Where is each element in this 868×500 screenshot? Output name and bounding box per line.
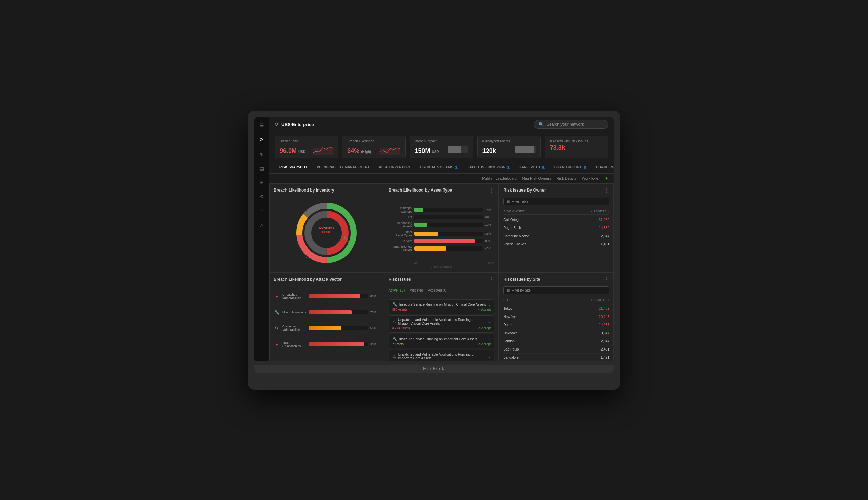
- panel-risk-issues-by-site: Risk Issues by Site ⋮ ⊞ Filter by Site S…: [499, 272, 614, 361]
- panel-risk-issues-by-site-body: ⊞ Filter by Site SITE # ASSETS ↓ Tokyo: [499, 284, 613, 361]
- risk-tab-active[interactable]: Active (15): [388, 288, 405, 294]
- sidebar-chart-icon[interactable]: ▤: [257, 163, 267, 173]
- panel-breach-by-asset-type: Breach Likelihood by Asset Type ⋮ Deskto…: [384, 183, 499, 273]
- site-row-london: London 2,944: [503, 337, 609, 345]
- metrics-bar: Breach Risk 96.0M USD Breach: [269, 132, 614, 162]
- tab-jane-smith[interactable]: JANE SMITH 👤: [515, 162, 550, 173]
- risk-item-2-assets: 3,713 Assets: [392, 327, 410, 330]
- sidebar-home-icon[interactable]: ⟳: [257, 135, 267, 145]
- panel-risk-issues-by-owner-header: Risk Issues By Owner ⋮: [499, 184, 613, 196]
- panel-breach-by-asset-type-body: Desktops/Laptops 13% IoT: [384, 196, 499, 272]
- sidebar-list-icon[interactable]: ≡: [257, 206, 267, 216]
- panel-risk-issues-by-site-header: Risk Issues by Site ⋮: [499, 273, 613, 284]
- panel-risk-issues-by-site-menu[interactable]: ⋮: [604, 276, 609, 282]
- attack-label-unpatched: UnpatchedVulnerabilities: [282, 293, 306, 300]
- sidebar-alert-icon[interactable]: △: [257, 220, 267, 230]
- site-col-site: SITE: [503, 298, 511, 302]
- tab-vulnerability-management[interactable]: VULNERABILITY MANAGEMENT: [312, 162, 374, 173]
- attack-icon-credential: ⚙: [274, 325, 280, 331]
- attack-label-trust: TrustRelationships: [282, 341, 306, 348]
- sidebar-menu-icon[interactable]: ☰: [257, 121, 267, 130]
- bar-other-types: OtherAsset Types 35%: [388, 230, 495, 237]
- axis-title: Breach Likelihood: [388, 265, 495, 269]
- owner-col-assets: # ASSETS ↓: [591, 209, 609, 213]
- site-row-sao-paulo: Sao Paulo 2,491: [503, 345, 609, 354]
- attack-bar-credential: ⚙ CredentialVulnerabilities 55%: [274, 325, 380, 331]
- tab-board-reports[interactable]: BOARD REPORTS 👤: [591, 162, 614, 173]
- panel-risk-issues-header: Risk Issues ⋮: [384, 273, 499, 284]
- risk-item-3-expand[interactable]: ∨: [488, 337, 491, 341]
- laptop-logo: MacBook: [423, 366, 445, 371]
- nag-risk-owners-link[interactable]: Nag Risk Owners: [522, 176, 551, 180]
- risk-item-1-icon: 🔧: [392, 302, 397, 307]
- panel-breach-by-attack-vector-body: ● UnpatchedVulnerabilities 88% 🔧: [270, 284, 384, 361]
- metric-analyzed-assets-label: # Analyzed Assets: [483, 139, 536, 143]
- metric-breach-impact-value: 150M USD: [415, 147, 439, 155]
- panel-breach-by-asset-type-menu[interactable]: ⋮: [489, 187, 494, 194]
- analyzed-assets-bar: [515, 145, 536, 155]
- sidebar-gear-icon[interactable]: ⚙: [257, 192, 267, 201]
- risk-item-3-accept[interactable]: ✓ Accept: [478, 342, 491, 346]
- workflows-link[interactable]: Workflows: [582, 176, 599, 180]
- panel-breach-by-inventory-body: WORKERS CORE PERIMETER DESKTOPS/LAPTOPS: [270, 196, 384, 272]
- panel-risk-issues-menu[interactable]: ⋮: [489, 276, 494, 282]
- tab-asset-inventory[interactable]: ASSET INVENTORY: [374, 162, 416, 173]
- site-filter-icon: ⊞: [507, 288, 510, 292]
- brand-icon: ⟳: [275, 122, 279, 127]
- owner-row-roger-bush: Roger Bush 14,839: [503, 224, 609, 232]
- risk-item-2[interactable]: ⚠ Unpatched and Vulnerable Applications …: [388, 315, 495, 332]
- site-row-unknown: Unknown 9,847: [503, 329, 609, 337]
- screen: ☰ ⟳ ⊕ ▤ ⊞ ⚙ ≡ △ ⟳ USS-Enterprise �: [254, 117, 614, 361]
- risk-item-1-expand[interactable]: ∨: [488, 303, 491, 306]
- laptop-frame: ☰ ⟳ ⊕ ▤ ⊞ ⚙ ≡ △ ⟳ USS-Enterprise �: [248, 111, 620, 390]
- risk-item-4[interactable]: ⚠ Unpatched and Vulnerable Applications …: [388, 350, 495, 361]
- owner-col-risk-owner: RISK OWNER: [503, 209, 525, 213]
- panel-breach-by-attack-vector-menu[interactable]: ⋮: [374, 276, 380, 282]
- metric-breach-likelihood-value: 64% (High): [347, 147, 371, 155]
- risk-item-4-expand[interactable]: ∨: [488, 355, 491, 358]
- attack-icon-misconfigurations: 🔧: [274, 309, 280, 315]
- svg-rect-3: [448, 146, 461, 153]
- attack-label-misconfigurations: Misconfigurations: [282, 310, 306, 314]
- risk-item-1-title: Insecure Service Running on Mission Crit…: [399, 303, 487, 306]
- sidebar-shield-icon[interactable]: ⊕: [257, 149, 267, 159]
- risk-item-2-accept[interactable]: ✓ Accept: [478, 327, 491, 330]
- site-row-bangalore: Bangalore 1,491: [503, 354, 609, 361]
- tab-risk-snapshot[interactable]: RISK SNAPSHOT: [275, 162, 312, 173]
- attack-icon-trust: ●: [274, 341, 280, 348]
- risk-tab-mitigated[interactable]: Mitigated: [409, 288, 423, 294]
- risk-issues-tabs: Active (15) Mitigated Accepted (0): [388, 286, 495, 297]
- panel-risk-issues-by-owner-menu[interactable]: ⋮: [604, 187, 609, 194]
- risk-details-link[interactable]: Risk Details: [556, 176, 576, 180]
- donut-chart: WORKERS CORE PERIMETER DESKTOPS/LAPTOPS: [293, 199, 360, 267]
- risk-item-3[interactable]: 🔧 Insecure Service Running on Important …: [388, 334, 495, 349]
- main-content: ⟳ USS-Enterprise 🔍 Search your network B…: [269, 117, 614, 361]
- site-filter-input[interactable]: ⊞ Filter by Site: [503, 286, 609, 294]
- panel-breach-by-inventory-header: Breach Likelihood by Inventory ⋮: [270, 184, 384, 196]
- panel-breach-by-asset-type-header: Breach Likelihood by Asset Type ⋮: [384, 184, 499, 196]
- panel-risk-issues: Risk Issues ⋮ Active (15) Mitigated Acce…: [384, 272, 499, 361]
- risk-item-2-expand[interactable]: ∨: [488, 320, 491, 324]
- svg-text:WORKERS: WORKERS: [319, 226, 335, 229]
- svg-rect-0: [313, 148, 333, 155]
- tab-executive-risk-view[interactable]: EXECUTIVE RISK VIEW 👤: [463, 162, 515, 173]
- breach-likelihood-sparkline: [380, 145, 401, 155]
- laptop-base: MacBook: [254, 365, 614, 373]
- risk-tab-accepted[interactable]: Accepted (0): [428, 288, 447, 294]
- publish-leaderboard-link[interactable]: Publish Leaderboard: [482, 176, 517, 180]
- risk-item-1[interactable]: 🔧 Insecure Service Running on Mission Cr…: [388, 299, 495, 314]
- sidebar-grid-icon[interactable]: ⊞: [257, 178, 267, 187]
- risk-item-1-accept[interactable]: ✓ Accept: [478, 308, 491, 311]
- tab-critical-systems[interactable]: CRITICAL SYSTEMS 👤: [416, 162, 463, 173]
- owner-filter-input[interactable]: ⊞ Filter Table: [503, 197, 609, 205]
- sidebar: ☰ ⟳ ⊕ ▤ ⊞ ⚙ ≡ △: [254, 117, 269, 361]
- metric-breach-risk-label: Breach Risk: [280, 139, 333, 143]
- panel-breach-by-inventory-title: Breach Likelihood by Inventory: [274, 188, 334, 193]
- metric-assets-risk-label: # Assets with Risk Issues: [550, 139, 603, 143]
- send-icon[interactable]: ✈: [604, 175, 608, 181]
- brand: ⟳ USS-Enterprise: [275, 122, 314, 127]
- tab-board-report[interactable]: BOARD REPORT 👤: [550, 162, 591, 173]
- site-row-dubai: Dubai 14,937: [503, 321, 609, 329]
- search-box[interactable]: 🔍 Search your network: [534, 120, 608, 129]
- panel-breach-by-inventory-menu[interactable]: ⋮: [374, 187, 380, 194]
